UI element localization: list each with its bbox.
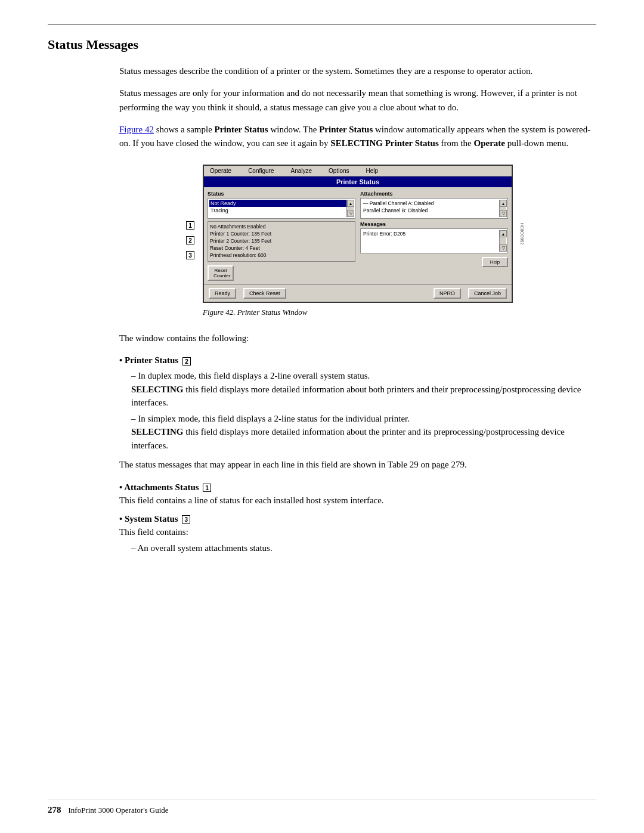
messages-listbox: Printer Error: D205 ▲ ▽: [360, 228, 508, 253]
bullet-list: Printer Status 2 In duplex mode, this fi…: [119, 354, 596, 453]
menu-help[interactable]: Help: [366, 168, 379, 174]
bullet-label-system: System Status: [125, 514, 178, 524]
ps-right: Attachments — Parallel Channel A: Disabl…: [360, 191, 508, 280]
msg-scroll-up[interactable]: ▲: [500, 230, 507, 237]
bullet-list-2: Attachments Status 1 This field contains…: [119, 481, 596, 555]
help-button[interactable]: Help: [482, 257, 508, 267]
sys-line-1: No Attachments Enabled: [210, 224, 353, 231]
printer-status-subitems: In duplex mode, this field displays a 2-…: [131, 369, 596, 452]
para3-bold1: Printer Status: [215, 125, 268, 134]
check-reset-button[interactable]: Check Reset: [243, 288, 286, 299]
menu-analyze[interactable]: Analyze: [291, 168, 312, 174]
npro-button[interactable]: NPRO: [434, 288, 461, 299]
status-label: Status: [208, 191, 355, 197]
attach-scroll-down[interactable]: ▽: [500, 210, 507, 217]
callout-2: 2: [186, 236, 194, 244]
messages-label: Messages: [360, 221, 508, 227]
content-area: Status messages describe the condition o…: [119, 64, 596, 555]
system-status-box: No Attachments Enabled Printer 1 Counter…: [208, 221, 355, 261]
cancel-job-button[interactable]: Cancel Job: [468, 288, 507, 299]
callout-inline-3: 3: [182, 515, 190, 524]
scroll-up[interactable]: ▲: [347, 200, 354, 207]
para3-text4: from the: [439, 138, 474, 148]
bullet-label-printer-status: Printer Status: [125, 355, 178, 365]
bottom-bar: Ready Check Reset NPRO Cancel Job: [204, 284, 512, 302]
status-tracing[interactable]: Tracing: [209, 207, 346, 214]
paragraph-1: Status messages describe the condition o…: [119, 64, 596, 78]
sidebar-label: HC8OO092: [520, 223, 524, 245]
paragraph-2: Status messages are only for your inform…: [119, 86, 596, 114]
system-dash-1: An overall system attachments status.: [131, 541, 596, 555]
callout-3: 3: [186, 251, 194, 259]
attachments-listbox: — Parallel Channel A: Disabled Parallel …: [360, 198, 508, 219]
attach-line-1: — Parallel Channel A: Disabled: [362, 200, 499, 207]
attach-scroll-up[interactable]: ▲: [500, 200, 507, 207]
menubar: Operate Configure Analyze Options Help: [204, 166, 512, 176]
status-not-ready[interactable]: Not Ready: [209, 200, 346, 207]
para3-text5: pull-down menu.: [505, 138, 568, 148]
figure-caption: Figure 42. Printer Status Window: [203, 308, 513, 317]
bullet-label-attachments: Attachments Status: [124, 482, 199, 492]
menu-configure[interactable]: Configure: [248, 168, 274, 174]
menu-options[interactable]: Options: [329, 168, 349, 174]
selecting-bold-2: SELECTING: [131, 427, 184, 436]
scroll-down[interactable]: ▽: [347, 210, 354, 217]
window-follows: The window contains the following:: [119, 332, 596, 345]
para3-bold3: SELECTING Printer Status: [330, 138, 438, 148]
system-description: This field contains:: [119, 527, 188, 537]
table-ref: The status messages that may appear in e…: [119, 458, 596, 472]
attachments-label: Attachments: [360, 191, 508, 197]
status-listbox: Not Ready Tracing ▲ ▽: [208, 198, 355, 219]
callout-inline-2: 2: [182, 357, 191, 366]
para3-text2: window. The: [268, 125, 319, 134]
footer-guide-title: InfoPrint 3000 Operator's Guide: [69, 806, 169, 815]
bullet-system-status: System Status 3 This field contains: An …: [119, 512, 596, 555]
callout-1: 1: [186, 221, 194, 230]
sys-line-3: Printer 2 Counter: 135 Feet: [210, 238, 353, 245]
title-bar: Printer Status: [204, 176, 512, 187]
status-scrollbar[interactable]: ▲ ▽: [346, 200, 354, 217]
ps-left: Status Not Ready Tracing ▲ ▽: [208, 191, 355, 280]
footer-page-number: 278: [48, 805, 61, 815]
para3-text: shows a sample: [154, 125, 215, 134]
bullet-printer-status: Printer Status 2 In duplex mode, this fi…: [119, 354, 596, 453]
bullet-attachments-status: Attachments Status 1 This field contains…: [119, 481, 596, 507]
callout-labels: 1 2 3: [186, 221, 194, 259]
figure-wrapper: 1 2 3 Operate Configure Analyze Options …: [203, 165, 513, 302]
callout-inline-1: 1: [203, 484, 211, 492]
messages-line3: [362, 244, 499, 252]
page: Status Messages Status messages describe…: [0, 0, 644, 833]
para3-bold4: Operate: [474, 138, 505, 148]
sys-line-5: Printhead resolution: 600: [210, 252, 353, 259]
dash-duplex: In duplex mode, this field displays a 2-…: [131, 369, 596, 410]
ps-main: Status Not Ready Tracing ▲ ▽: [204, 187, 512, 284]
top-rule: [48, 24, 596, 25]
system-subitems: An overall system attachments status.: [131, 541, 596, 555]
sys-line-2: Printer 1 Counter: 135 Feet: [210, 231, 353, 238]
attach-scrollbar[interactable]: ▲ ▽: [499, 200, 506, 217]
attachments-description: This field contains a line of status for…: [119, 496, 384, 505]
menu-operate[interactable]: Operate: [210, 168, 231, 174]
printer-status-window: Operate Configure Analyze Options Help P…: [203, 165, 513, 302]
figure-container: 1 2 3 Operate Configure Analyze Options …: [119, 165, 596, 317]
window-title: Printer Status: [336, 178, 379, 185]
selecting-bold-1: SELECTING: [131, 385, 184, 394]
msg-scrollbar[interactable]: ▲ ▽: [499, 230, 506, 252]
reset-counter-button[interactable]: ResetCounter: [208, 265, 234, 281]
msg-scroll-down[interactable]: ▽: [500, 244, 507, 252]
dash-simplex: In simplex mode, this field displays a 2…: [131, 412, 596, 453]
messages-line2: [362, 237, 499, 244]
figure-link[interactable]: Figure 42: [119, 125, 154, 134]
page-footer: 278 InfoPrint 3000 Operator's Guide: [48, 800, 596, 815]
para3-bold2: Printer Status: [319, 125, 373, 134]
ready-button[interactable]: Ready: [209, 288, 236, 299]
attach-line-2: Parallel Channel B: Disabled: [362, 207, 499, 214]
messages-error: Printer Error: D205: [362, 230, 499, 237]
paragraph-3: Figure 42 shows a sample Printer Status …: [119, 123, 596, 151]
page-title: Status Messages: [48, 37, 596, 52]
sys-line-4: Reset Counter: 4 Feet: [210, 245, 353, 252]
